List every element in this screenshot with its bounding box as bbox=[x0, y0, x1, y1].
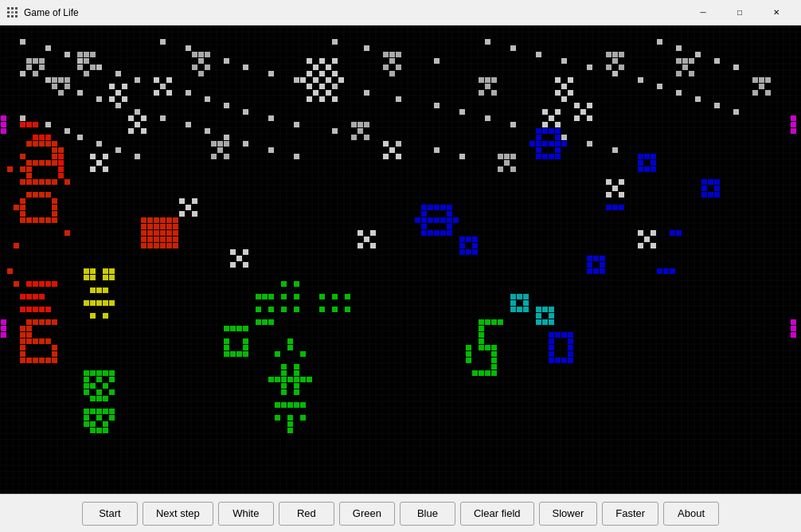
next-step-button[interactable]: Next step bbox=[143, 502, 213, 526]
title-bar: Game of Life ─ □ ✕ bbox=[0, 0, 801, 25]
svg-rect-5 bbox=[15, 11, 18, 14]
svg-rect-8 bbox=[15, 15, 18, 18]
title-left: Game of Life bbox=[6, 6, 79, 19]
close-button[interactable]: ✕ bbox=[758, 0, 795, 25]
svg-rect-4 bbox=[11, 11, 14, 14]
red-button[interactable]: Red bbox=[279, 502, 334, 526]
start-button[interactable]: Start bbox=[82, 502, 138, 526]
about-button[interactable]: About bbox=[663, 502, 719, 526]
svg-rect-1 bbox=[11, 7, 14, 10]
title-text: Game of Life bbox=[24, 7, 79, 18]
svg-rect-3 bbox=[7, 11, 10, 14]
svg-rect-7 bbox=[11, 15, 14, 18]
window-icon bbox=[6, 6, 19, 19]
green-button[interactable]: Green bbox=[339, 502, 395, 526]
game-canvas[interactable] bbox=[0, 25, 801, 494]
white-button[interactable]: White bbox=[218, 502, 274, 526]
toolbar: StartNext stepWhiteRedGreenBlueClear fie… bbox=[0, 494, 801, 532]
svg-rect-6 bbox=[7, 15, 10, 18]
game-area[interactable] bbox=[0, 25, 801, 494]
svg-rect-2 bbox=[15, 7, 18, 10]
window-controls: ─ □ ✕ bbox=[685, 0, 795, 25]
blue-button[interactable]: Blue bbox=[400, 502, 455, 526]
slower-button[interactable]: Slower bbox=[539, 502, 598, 526]
faster-button[interactable]: Faster bbox=[602, 502, 658, 526]
maximize-button[interactable]: □ bbox=[721, 0, 758, 25]
clear-field-button[interactable]: Clear field bbox=[460, 502, 534, 526]
minimize-button[interactable]: ─ bbox=[685, 0, 721, 25]
svg-rect-0 bbox=[7, 7, 10, 10]
